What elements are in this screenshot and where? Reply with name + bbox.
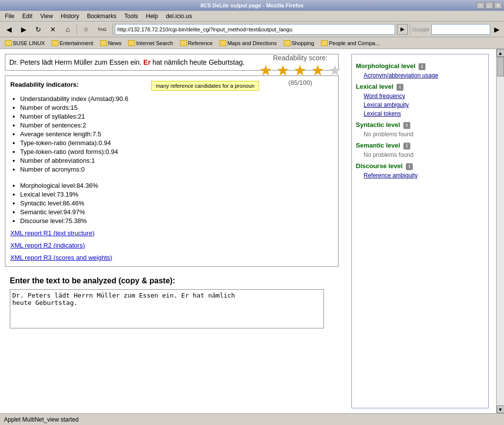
bookmark-button[interactable]: ☆ <box>79 23 93 36</box>
star-2: ★ <box>276 62 290 78</box>
tag-button[interactable]: TAG <box>94 23 110 36</box>
bookmark-label: Maps and Directions <box>227 40 276 46</box>
menu-bookmarks[interactable]: Bookmarks <box>84 12 119 21</box>
bookmark-news[interactable]: News <box>97 39 125 47</box>
toolbar-separator-1 <box>77 24 77 35</box>
indicator-acronyms: Number of acronyms:0 <box>20 166 333 173</box>
bookmark-label: Entertainment <box>59 40 93 46</box>
indicator-list: Understandability index (Amstad):90.6 Nu… <box>10 95 333 173</box>
text-input-area[interactable]: Dr. Peters lädt Herrn Müller zum Essen e… <box>10 289 324 328</box>
back-button[interactable]: ◀ <box>2 23 16 36</box>
semantic-no-problems: No problems found <box>364 151 484 158</box>
indicator-sentences: Number of sentences:2 <box>20 122 333 129</box>
window-controls[interactable]: − □ × <box>477 2 502 9</box>
bookmark-entertainment[interactable]: Entertainment <box>49 39 96 47</box>
right-analysis-panel: Morphological level i Acronym/abbreviati… <box>351 54 489 408</box>
bookmark-people[interactable]: People and Compa... <box>318 39 382 47</box>
address-bar: ▶ <box>115 24 408 35</box>
bookmark-internet-search[interactable]: Internet Search <box>125 39 176 47</box>
scrollbar-thumb[interactable] <box>497 57 504 76</box>
folder-icon <box>284 40 291 46</box>
text-before-pronoun: Dr. Peters lädt Herrn Müller zum Essen e… <box>9 58 143 66</box>
lexical-tokens-link[interactable]: Lexical tokens <box>364 110 484 117</box>
bookmark-label: Reference <box>188 40 213 46</box>
indicator-words: Number of words:15 <box>20 104 333 111</box>
lexical-info-icon[interactable]: i <box>397 84 403 91</box>
score-value: (85/100) <box>259 79 342 86</box>
reference-ambiguity-link[interactable]: Reference ambiguity <box>364 172 484 179</box>
menu-delicious[interactable]: del.icio.us <box>163 12 195 21</box>
main-container: Readability score: ★ ★ ★ ★ ★ (85/100) Dr… <box>0 49 504 413</box>
indicator-understandability: Understandability index (Amstad):90.6 <box>20 95 333 102</box>
bookmark-label: News <box>108 40 122 46</box>
indicator-syntactic: Syntactic level:86.46% <box>20 200 333 207</box>
indicator-type-token-lemmata: Type-token-ratio (lemmata):0.94 <box>20 139 333 147</box>
word-frequency-link[interactable]: Word frequency <box>364 93 484 100</box>
morphological-info-icon[interactable]: i <box>419 63 425 70</box>
scroll-down-button[interactable]: ▼ <box>497 405 504 413</box>
indicator-type-token-wordforms: Type-token-ratio (word forms):0.94 <box>20 148 333 155</box>
lexical-header: Lexical level i <box>356 83 484 91</box>
lexical-label: Lexical level <box>356 83 394 90</box>
indicator-discourse: Discourse level:75.38% <box>20 217 333 225</box>
forward-button[interactable]: ▶ <box>17 23 30 36</box>
bookmark-shopping[interactable]: Shopping <box>281 39 318 47</box>
pronoun-highlight: Er <box>143 58 151 66</box>
xml-link-r2[interactable]: XML report R2 (indicators) <box>10 242 333 249</box>
home-button[interactable]: ⌂ <box>61 23 75 36</box>
folder-icon <box>100 40 107 46</box>
restore-button[interactable]: □ <box>485 2 493 9</box>
syntactic-info-icon[interactable]: i <box>403 122 410 129</box>
bookmark-reference[interactable]: Reference <box>177 39 216 47</box>
menu-history[interactable]: History <box>58 12 82 21</box>
go-button[interactable]: ▶ <box>397 24 408 35</box>
menu-file[interactable]: File <box>2 12 17 21</box>
folder-icon <box>219 40 226 46</box>
search-submit-button[interactable]: ▶ <box>491 23 502 36</box>
xml-link-r3[interactable]: XML report R3 (scores and weights) <box>10 254 333 261</box>
reload-button[interactable]: ↻ <box>31 23 45 36</box>
discourse-header: Discourse level i <box>356 162 484 170</box>
menu-tools[interactable]: Tools <box>121 12 141 21</box>
lexical-ambiguity-link[interactable]: Lexical ambiguity <box>364 101 484 108</box>
toolbar-separator-3 <box>410 24 410 35</box>
indicator-syllables: Number of syllables:21 <box>20 113 333 120</box>
status-bar: Applet MultiNet_view started <box>0 413 504 425</box>
semantic-info-icon[interactable]: i <box>403 143 410 150</box>
menu-edit[interactable]: Edit <box>19 12 35 21</box>
search-box: Google ▶ <box>412 23 502 36</box>
toolbar-separator-2 <box>112 24 113 35</box>
semantic-header: Semantic level i <box>356 142 484 150</box>
menu-view[interactable]: View <box>37 12 56 21</box>
bookmarks-bar: SUSE LINUX Entertainment News Internet S… <box>0 37 504 49</box>
level-indicator-list: Morphological level:84.36% Lexical level… <box>10 182 333 225</box>
address-input[interactable] <box>115 24 395 35</box>
scrollbar-track[interactable] <box>497 57 504 405</box>
stop-button[interactable]: ✕ <box>46 23 60 36</box>
search-input[interactable] <box>431 24 490 35</box>
discourse-section: Discourse level i Reference ambiguity <box>356 162 484 179</box>
morphological-label: Morphological level <box>356 62 415 70</box>
window-title: IICS DeLite output page - Mozilla Firefo… <box>200 2 303 8</box>
indicator-abbreviations: Number of abbreviations:1 <box>20 157 333 164</box>
minimize-button[interactable]: − <box>477 2 484 9</box>
vertical-scrollbar: ▲ ▼ <box>496 49 504 413</box>
bookmark-label: Internet Search <box>136 40 173 46</box>
close-button[interactable]: × <box>494 2 502 9</box>
menu-help[interactable]: Help <box>143 12 161 21</box>
discourse-label: Discourse level <box>356 162 402 170</box>
title-bar: IICS DeLite output page - Mozilla Firefo… <box>0 0 504 11</box>
scroll-up-button[interactable]: ▲ <box>497 49 504 57</box>
navigation-toolbar: ◀ ▶ ↻ ✕ ⌂ ☆ TAG ▶ Google ▶ <box>0 22 504 37</box>
xml-link-r1[interactable]: XML report R1 (text structure) <box>10 229 333 237</box>
bookmark-maps[interactable]: Maps and Directions <box>216 39 279 47</box>
semantic-label: Semantic level <box>356 142 400 149</box>
discourse-info-icon[interactable]: i <box>406 163 413 170</box>
status-text: Applet MultiNet_view started <box>4 416 79 423</box>
enter-text-section: Enter the text to be analyzed (copy & pa… <box>5 272 346 335</box>
star-4: ★ <box>311 62 324 78</box>
bookmark-suse[interactable]: SUSE LINUX <box>2 39 48 47</box>
indicator-lexical: Lexical level:73.19% <box>20 191 333 198</box>
bookmark-label: Shopping <box>292 40 315 46</box>
acronym-link[interactable]: Acronym/abbreviation usage <box>364 72 484 79</box>
